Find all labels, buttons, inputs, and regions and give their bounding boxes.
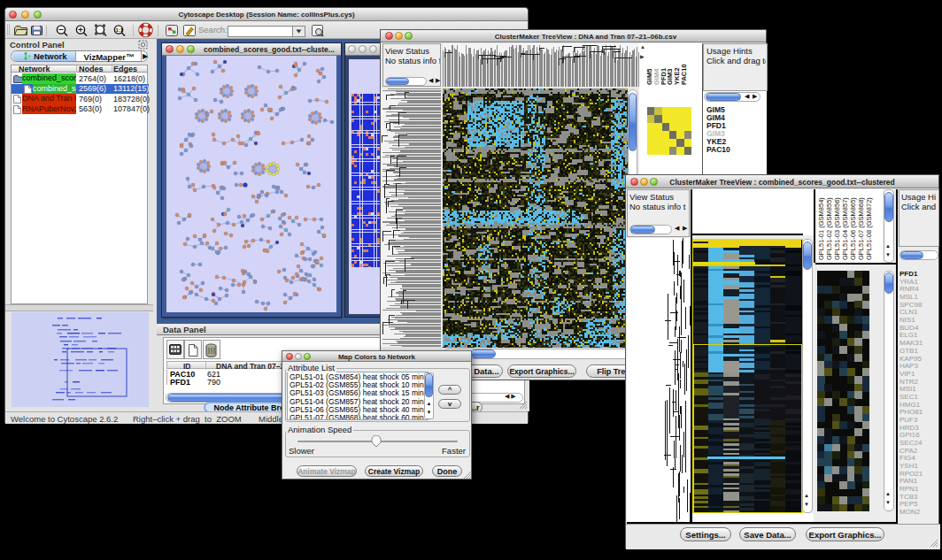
svg-text:YRA1: YRA1 bbox=[900, 278, 918, 286]
svg-text:GPI16: GPI16 bbox=[900, 431, 920, 439]
svg-text:1:1: 1:1 bbox=[116, 27, 124, 33]
svg-text:RPO21: RPO21 bbox=[900, 470, 923, 478]
svg-text:RPN1: RPN1 bbox=[900, 485, 919, 493]
svg-text:NIS1: NIS1 bbox=[900, 316, 915, 324]
svg-text:PFD1: PFD1 bbox=[900, 270, 918, 278]
svg-text:GPL51-02 (GSM855): GPL51-02 (GSM855) bbox=[825, 197, 833, 260]
svg-text:CLN1: CLN1 bbox=[900, 308, 918, 316]
svg-text:TCB3: TCB3 bbox=[900, 493, 918, 501]
svg-text:PHO81: PHO81 bbox=[900, 408, 923, 416]
svg-text:PUF3: PUF3 bbox=[900, 416, 918, 424]
svg-text:NTR2: NTR2 bbox=[900, 378, 918, 386]
svg-text:ELG1: ELG1 bbox=[900, 331, 918, 339]
svg-text:Search:: Search: bbox=[198, 25, 228, 35]
svg-text:CPA2: CPA2 bbox=[900, 447, 918, 455]
svg-text:SEC1: SEC1 bbox=[900, 393, 918, 401]
svg-text:MAK31: MAK31 bbox=[900, 339, 923, 347]
svg-text:SPC98: SPC98 bbox=[900, 301, 923, 309]
svg-text:FIG4: FIG4 bbox=[900, 454, 915, 462]
svg-text:GPL51-03 (GSM856): GPL51-03 (GSM856) bbox=[833, 197, 841, 260]
svg-text:GPL51-07 (GSM868): GPL51-07 (GSM868) bbox=[857, 197, 865, 260]
svg-text:GPL51-06 (GSM865): GPL51-06 (GSM865) bbox=[849, 197, 857, 260]
svg-text:GPL51-08 (GSM872): GPL51-08 (GSM872) bbox=[865, 197, 873, 260]
svg-text:MSI1: MSI1 bbox=[900, 385, 916, 393]
svg-text:MON2: MON2 bbox=[900, 508, 921, 516]
svg-text:MSL1: MSL1 bbox=[900, 293, 918, 301]
svg-text:PEP5: PEP5 bbox=[900, 500, 918, 508]
svg-text:HRD3: HRD3 bbox=[900, 424, 919, 432]
svg-text:GPL51-04 (GSM857): GPL51-04 (GSM857) bbox=[841, 197, 849, 260]
svg-text:KAP95: KAP95 bbox=[900, 355, 922, 363]
svg-text:YSH1: YSH1 bbox=[900, 462, 918, 470]
svg-text:VIP1: VIP1 bbox=[900, 370, 915, 378]
svg-text:GTB1: GTB1 bbox=[900, 347, 918, 355]
svg-text:PAC10: PAC10 bbox=[680, 64, 688, 85]
svg-text:GPL51-01 (GSM854): GPL51-01 (GSM854) bbox=[817, 197, 825, 260]
